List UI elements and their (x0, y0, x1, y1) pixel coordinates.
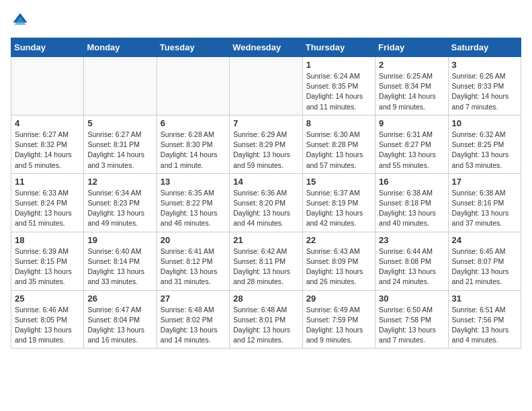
calendar-day-cell (230, 57, 302, 116)
logo-icon (11, 11, 30, 30)
day-number: 18 (15, 235, 80, 245)
calendar-week-row: 18Sunrise: 6:39 AMSunset: 8:15 PMDayligh… (11, 232, 521, 290)
weekday-header: Monday (84, 38, 157, 57)
calendar-day-cell: 18Sunrise: 6:39 AMSunset: 8:15 PMDayligh… (11, 232, 84, 290)
calendar-day-cell: 22Sunrise: 6:43 AMSunset: 8:09 PMDayligh… (302, 232, 375, 290)
logo (11, 11, 32, 30)
day-info: Sunrise: 6:28 AMSunset: 8:30 PMDaylight:… (161, 130, 226, 171)
calendar-day-cell (11, 57, 84, 116)
day-number: 21 (233, 235, 298, 245)
calendar-week-row: 11Sunrise: 6:33 AMSunset: 8:24 PMDayligh… (11, 173, 521, 232)
calendar-day-cell: 28Sunrise: 6:48 AMSunset: 8:01 PMDayligh… (230, 290, 302, 349)
calendar-day-cell: 20Sunrise: 6:41 AMSunset: 8:12 PMDayligh… (157, 232, 229, 290)
day-info: Sunrise: 6:33 AMSunset: 8:24 PMDaylight:… (15, 188, 80, 229)
calendar-day-cell: 1Sunrise: 6:24 AMSunset: 8:35 PMDaylight… (302, 57, 375, 116)
day-info: Sunrise: 6:31 AMSunset: 8:27 PMDaylight:… (379, 130, 444, 171)
day-number: 13 (161, 177, 226, 187)
day-number: 30 (379, 293, 444, 304)
day-info: Sunrise: 6:49 AMSunset: 7:59 PMDaylight:… (306, 305, 371, 346)
day-number: 16 (379, 177, 444, 187)
day-number: 8 (306, 118, 371, 128)
day-number: 11 (15, 177, 80, 187)
day-info: Sunrise: 6:50 AMSunset: 7:58 PMDaylight:… (379, 305, 444, 346)
day-number: 1 (306, 60, 371, 70)
calendar-day-cell: 14Sunrise: 6:36 AMSunset: 8:20 PMDayligh… (230, 173, 302, 232)
day-info: Sunrise: 6:48 AMSunset: 8:02 PMDaylight:… (161, 305, 226, 346)
day-info: Sunrise: 6:37 AMSunset: 8:19 PMDaylight:… (306, 188, 371, 229)
day-number: 20 (161, 235, 226, 245)
day-info: Sunrise: 6:47 AMSunset: 8:04 PMDaylight:… (87, 305, 152, 346)
day-number: 4 (15, 118, 80, 128)
weekday-header: Sunday (11, 38, 84, 57)
day-number: 31 (452, 293, 517, 304)
day-number: 15 (306, 177, 371, 187)
day-number: 9 (379, 118, 444, 128)
day-info: Sunrise: 6:44 AMSunset: 8:08 PMDaylight:… (379, 246, 444, 287)
page-header (11, 11, 521, 30)
day-info: Sunrise: 6:39 AMSunset: 8:15 PMDaylight:… (15, 246, 80, 287)
weekday-header: Wednesday (230, 38, 302, 57)
calendar-day-cell: 24Sunrise: 6:45 AMSunset: 8:07 PMDayligh… (448, 232, 521, 290)
calendar-day-cell: 21Sunrise: 6:42 AMSunset: 8:11 PMDayligh… (230, 232, 302, 290)
calendar-day-cell: 11Sunrise: 6:33 AMSunset: 8:24 PMDayligh… (11, 173, 84, 232)
calendar-day-cell: 30Sunrise: 6:50 AMSunset: 7:58 PMDayligh… (375, 290, 448, 349)
day-number: 24 (452, 235, 517, 245)
calendar-header-row: SundayMondayTuesdayWednesdayThursdayFrid… (11, 38, 521, 57)
calendar-day-cell: 2Sunrise: 6:25 AMSunset: 8:34 PMDaylight… (375, 57, 448, 116)
calendar-week-row: 1Sunrise: 6:24 AMSunset: 8:35 PMDaylight… (11, 57, 521, 116)
day-info: Sunrise: 6:43 AMSunset: 8:09 PMDaylight:… (306, 246, 371, 287)
day-number: 5 (87, 118, 152, 128)
calendar-day-cell: 12Sunrise: 6:34 AMSunset: 8:23 PMDayligh… (84, 173, 157, 232)
calendar-day-cell: 7Sunrise: 6:29 AMSunset: 8:29 PMDaylight… (230, 115, 302, 173)
day-number: 29 (306, 293, 371, 304)
calendar-day-cell: 17Sunrise: 6:38 AMSunset: 8:16 PMDayligh… (448, 173, 521, 232)
weekday-header: Thursday (302, 38, 375, 57)
day-info: Sunrise: 6:27 AMSunset: 8:31 PMDaylight:… (87, 130, 152, 171)
day-info: Sunrise: 6:51 AMSunset: 7:56 PMDaylight:… (452, 305, 517, 346)
day-info: Sunrise: 6:32 AMSunset: 8:25 PMDaylight:… (452, 130, 517, 171)
day-info: Sunrise: 6:38 AMSunset: 8:18 PMDaylight:… (379, 188, 444, 229)
calendar-day-cell: 6Sunrise: 6:28 AMSunset: 8:30 PMDaylight… (157, 115, 229, 173)
day-info: Sunrise: 6:48 AMSunset: 8:01 PMDaylight:… (233, 305, 298, 346)
calendar-day-cell: 25Sunrise: 6:46 AMSunset: 8:05 PMDayligh… (11, 290, 84, 349)
calendar-day-cell: 13Sunrise: 6:35 AMSunset: 8:22 PMDayligh… (157, 173, 229, 232)
day-number: 28 (233, 293, 298, 304)
calendar-day-cell: 23Sunrise: 6:44 AMSunset: 8:08 PMDayligh… (375, 232, 448, 290)
day-number: 25 (15, 293, 80, 304)
day-info: Sunrise: 6:29 AMSunset: 8:29 PMDaylight:… (233, 130, 298, 171)
weekday-header: Friday (375, 38, 448, 57)
calendar-day-cell: 9Sunrise: 6:31 AMSunset: 8:27 PMDaylight… (375, 115, 448, 173)
day-info: Sunrise: 6:34 AMSunset: 8:23 PMDaylight:… (87, 188, 152, 229)
day-info: Sunrise: 6:46 AMSunset: 8:05 PMDaylight:… (15, 305, 80, 346)
day-info: Sunrise: 6:26 AMSunset: 8:33 PMDaylight:… (452, 71, 517, 112)
day-number: 27 (161, 293, 226, 304)
day-number: 23 (379, 235, 444, 245)
day-info: Sunrise: 6:41 AMSunset: 8:12 PMDaylight:… (161, 246, 226, 287)
day-number: 10 (452, 118, 517, 128)
day-info: Sunrise: 6:24 AMSunset: 8:35 PMDaylight:… (306, 71, 371, 112)
calendar-day-cell: 27Sunrise: 6:48 AMSunset: 8:02 PMDayligh… (157, 290, 229, 349)
day-info: Sunrise: 6:38 AMSunset: 8:16 PMDaylight:… (452, 188, 517, 229)
day-info: Sunrise: 6:45 AMSunset: 8:07 PMDaylight:… (452, 246, 517, 287)
weekday-header: Tuesday (157, 38, 229, 57)
day-info: Sunrise: 6:25 AMSunset: 8:34 PMDaylight:… (379, 71, 444, 112)
day-info: Sunrise: 6:30 AMSunset: 8:28 PMDaylight:… (306, 130, 371, 171)
day-number: 14 (233, 177, 298, 187)
calendar-day-cell: 4Sunrise: 6:27 AMSunset: 8:32 PMDaylight… (11, 115, 84, 173)
day-info: Sunrise: 6:42 AMSunset: 8:11 PMDaylight:… (233, 246, 298, 287)
calendar-day-cell: 3Sunrise: 6:26 AMSunset: 8:33 PMDaylight… (448, 57, 521, 116)
calendar-week-row: 25Sunrise: 6:46 AMSunset: 8:05 PMDayligh… (11, 290, 521, 349)
day-number: 17 (452, 177, 517, 187)
day-number: 22 (306, 235, 371, 245)
calendar-day-cell: 16Sunrise: 6:38 AMSunset: 8:18 PMDayligh… (375, 173, 448, 232)
calendar-day-cell: 5Sunrise: 6:27 AMSunset: 8:31 PMDaylight… (84, 115, 157, 173)
calendar-table: SundayMondayTuesdayWednesdayThursdayFrid… (11, 38, 521, 349)
calendar-day-cell: 31Sunrise: 6:51 AMSunset: 7:56 PMDayligh… (448, 290, 521, 349)
day-number: 26 (87, 293, 152, 304)
calendar-day-cell: 8Sunrise: 6:30 AMSunset: 8:28 PMDaylight… (302, 115, 375, 173)
day-info: Sunrise: 6:27 AMSunset: 8:32 PMDaylight:… (15, 130, 80, 171)
calendar-week-row: 4Sunrise: 6:27 AMSunset: 8:32 PMDaylight… (11, 115, 521, 173)
day-number: 19 (87, 235, 152, 245)
calendar-day-cell (157, 57, 229, 116)
calendar-day-cell: 10Sunrise: 6:32 AMSunset: 8:25 PMDayligh… (448, 115, 521, 173)
